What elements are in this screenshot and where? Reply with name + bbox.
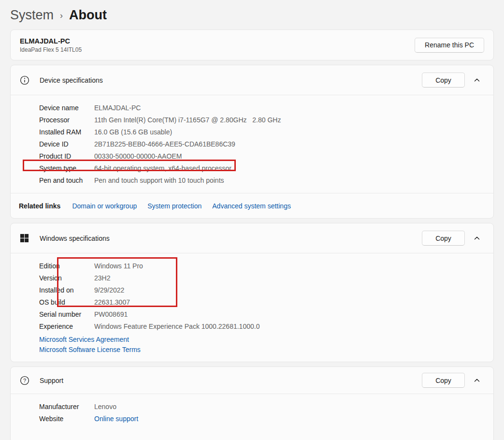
spec-row-installed-on: Installed on 9/29/2022 [39,284,484,296]
windows-specs-collapse-button[interactable] [470,231,484,246]
support-card: ? Support Copy Manufacturer Lenovo Websi… [10,367,494,440]
row-label: Device ID [39,140,94,148]
row-value: 2B71B225-BEB0-4666-AEE5-CDA61BE86C39 [94,140,235,148]
windows-specifications-card: Windows specifications Copy Edition Wind… [10,223,494,362]
spec-row-version: Version 23H2 [39,272,484,284]
spec-row-product-id: Product ID 00330-50000-00000-AAOEM [39,150,484,162]
link-microsoft-software-license-terms[interactable]: Microsoft Software License Terms [39,345,484,355]
chevron-up-icon [473,377,481,384]
page-title: About [69,8,107,23]
link-domain-or-workgroup[interactable]: Domain or workgroup [72,202,137,210]
row-label: Serial number [39,310,94,318]
row-label: Website [39,415,94,423]
spec-row-device-name: Device name ELMAJDAL-PC [39,102,484,114]
device-specifications-title: Device specifications [40,76,103,84]
link-microsoft-services-agreement[interactable]: Microsoft Services Agreement [39,335,484,345]
row-value: Pen and touch support with 10 touch poin… [94,176,224,184]
microsoft-links: Microsoft Services Agreement Microsoft S… [39,332,484,355]
windows-specs-rows: Edition Windows 11 Pro Version 23H2 Inst… [11,253,493,362]
row-label: Installed RAM [39,128,94,136]
chevron-up-icon [473,235,481,242]
breadcrumb-system[interactable]: System [10,8,54,23]
settings-about-page: System › About ELMAJDAL-PC IdeaPad Flex … [0,0,504,440]
spec-row-system-type: System type 64-bit operating system, x64… [39,162,484,174]
support-title: Support [40,377,63,384]
chevron-up-icon [473,76,481,84]
row-value: 00330-50000-00000-AAOEM [94,152,182,160]
windows-specifications-title: Windows specifications [40,235,110,242]
svg-text:?: ? [23,378,26,383]
row-value: 9/29/2022 [94,286,124,294]
row-label: Edition [39,262,94,270]
row-value: Windows 11 Pro [94,262,143,270]
support-header: ? Support Copy [11,367,493,394]
link-online-support[interactable]: Online support [94,415,138,423]
info-icon [20,75,29,85]
device-specs-copy-button[interactable]: Copy [422,73,465,88]
device-specs-collapse-button[interactable] [470,73,484,88]
spec-row-processor: Processor 11th Gen Intel(R) Core(TM) i7-… [39,114,484,126]
row-label: Manufacturer [39,403,94,411]
row-value: Windows Feature Experience Pack 1000.226… [94,323,259,330]
highlighted-windows-rows: Edition Windows 11 Pro Version 23H2 Inst… [39,260,484,308]
row-label: Experience [39,323,94,330]
breadcrumb: System › About [10,5,494,25]
pc-identity: ELMAJDAL-PC IdeaPad Flex 5 14ITL05 [20,37,82,53]
spec-row-serial-number: Serial number PW008691 [39,308,484,320]
related-links-row: Related links Domain or workgroup System… [11,193,493,218]
row-value: ELMAJDAL-PC [94,104,141,112]
windows-specifications-header: Windows specifications Copy [11,223,493,253]
row-value: 64-bit operating system, x64-based proce… [94,164,231,172]
row-value: 11th Gen Intel(R) Core(TM) i7-1165G7 @ 2… [94,116,281,124]
spec-row-pen-and-touch: Pen and touch Pen and touch support with… [39,174,484,186]
row-label: System type [39,164,94,172]
device-specifications-card: Device specifications Copy Device name E… [10,65,494,219]
row-value: PW008691 [94,310,128,318]
link-system-protection[interactable]: System protection [147,202,202,210]
row-label: OS build [39,298,94,306]
spec-row-device-id: Device ID 2B71B225-BEB0-4666-AEE5-CDA61B… [39,138,484,150]
device-specs-rows: Device name ELMAJDAL-PC Processor 11th G… [11,95,493,193]
row-label: Device name [39,104,94,112]
row-label: Processor [39,116,94,124]
row-label: Product ID [39,152,94,160]
support-rows: Manufacturer Lenovo Website Online suppo… [11,394,493,440]
row-value: 23H2 [94,274,110,282]
spec-row-os-build: OS build 22631.3007 [39,296,484,308]
spec-row-installed-ram: Installed RAM 16.0 GB (15.6 GB usable) [39,126,484,138]
link-advanced-system-settings[interactable]: Advanced system settings [212,202,291,210]
spec-row-manufacturer: Manufacturer Lenovo [39,400,484,412]
device-specifications-header: Device specifications Copy [11,65,493,95]
rename-pc-button[interactable]: Rename this PC [415,38,484,53]
pc-name: ELMAJDAL-PC [20,37,82,45]
windows-logo-icon [20,234,29,243]
row-label: Pen and touch [39,176,94,184]
related-links-label: Related links [19,202,60,210]
question-icon: ? [20,376,29,385]
breadcrumb-chevron-icon: › [60,10,63,21]
spec-row-experience: Experience Windows Feature Experience Pa… [39,320,484,332]
row-value: 16.0 GB (15.6 GB usable) [94,128,172,136]
pc-identity-card: ELMAJDAL-PC IdeaPad Flex 5 14ITL05 Renam… [10,29,494,60]
support-copy-button[interactable]: Copy [422,373,465,388]
row-value: Lenovo [94,403,116,411]
row-label: Version [39,274,94,282]
pc-model: IdeaPad Flex 5 14ITL05 [20,46,82,53]
row-value: 22631.3007 [94,298,130,306]
support-collapse-button[interactable] [470,373,484,388]
spec-row-website: Website Online support [39,412,484,425]
row-label: Installed on [39,286,94,294]
windows-specs-copy-button[interactable]: Copy [422,231,465,246]
spec-row-edition: Edition Windows 11 Pro [39,260,484,272]
